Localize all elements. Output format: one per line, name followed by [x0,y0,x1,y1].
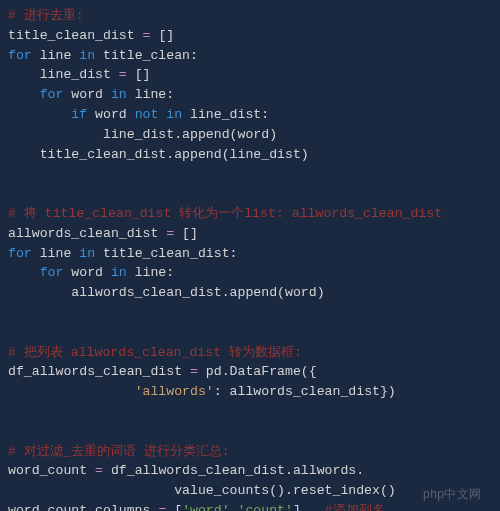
code-token: # 对过滤_去重的词语 进行分类汇总: [8,444,230,459]
code-token: , [230,503,238,511]
code-block: # 进行去重: title_clean_dist = [] for line i… [0,0,500,511]
code-token: for [40,265,64,280]
code-token: line_dist [8,67,119,82]
code-token: line_dist: [182,107,269,122]
code-token: ] [293,503,325,511]
code-token: # 将 title_clean_dist 转化为一个list: allwords… [8,206,442,221]
code-token: [ [166,503,182,511]
code-token: = [95,463,103,478]
code-token [8,384,135,399]
code-token: : allwords_clean_dist}) [214,384,396,399]
code-token: if [71,107,87,122]
code-token: = [119,67,127,82]
code-token: line: [127,265,174,280]
code-token: # 进行去重: [8,8,84,23]
code-token: in [111,87,127,102]
code-token [8,107,71,122]
code-token: = [166,226,174,241]
code-token: allwords_clean_dist.append(word) [8,285,325,300]
code-token: in [166,107,182,122]
code-token: in [79,246,95,261]
code-token: allwords_clean_dist [8,226,166,241]
code-token: #添加列名 [325,503,385,511]
code-token: title_clean_dist.append(line_dist) [8,147,309,162]
code-token: line_dist.append(word) [8,127,277,142]
code-token: word_count.columns [8,503,158,511]
code-token: for [8,48,32,63]
code-token: word_count [8,463,95,478]
code-token: df_allwords_clean_dist [8,364,190,379]
code-token: in [79,48,95,63]
code-token: df_allwords_clean_dist.allwords. [103,463,364,478]
code-token: 'allwords' [135,384,214,399]
code-token: [] [127,67,151,82]
code-token: line [32,48,79,63]
code-token [8,87,40,102]
code-token: value_counts().reset_index() [8,483,396,498]
code-token: title_clean_dist [8,28,143,43]
code-token: line: [127,87,174,102]
code-token: for [40,87,64,102]
code-token: word [63,87,110,102]
code-token: pd.DataFrame({ [198,364,317,379]
code-token: title_clean: [95,48,198,63]
code-token [8,265,40,280]
code-token: not [135,107,159,122]
code-token: 'count' [238,503,293,511]
code-token: = [190,364,198,379]
code-token: line [32,246,79,261]
code-token: [] [174,226,198,241]
code-token: 'word' [182,503,229,511]
code-token: word [63,265,110,280]
code-token: [] [150,28,174,43]
code-token: in [111,265,127,280]
code-token: word [87,107,134,122]
code-token: # 把列表 allwords_clean_dist 转为数据框: [8,345,302,360]
code-token: for [8,246,32,261]
code-token: title_clean_dist: [95,246,237,261]
